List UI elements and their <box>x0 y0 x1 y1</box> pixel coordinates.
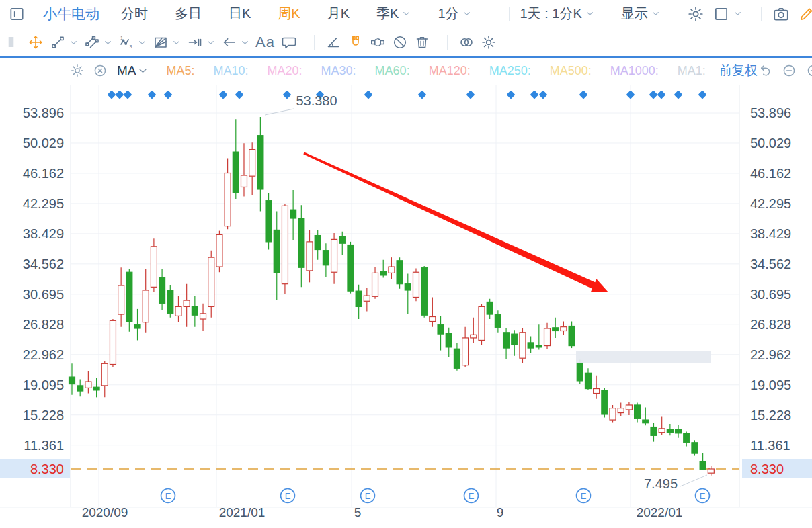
magnet-icon[interactable] <box>348 34 364 50</box>
indicator-name[interactable]: MA <box>117 63 136 78</box>
trend-line-icon-button[interactable] <box>50 34 78 50</box>
chevron-down-icon[interactable] <box>402 9 411 18</box>
settings-icon-button[interactable] <box>481 34 497 50</box>
indicator-close-icon[interactable] <box>93 63 108 78</box>
pencil-icon[interactable] <box>798 5 812 23</box>
arrow-left-icon-button[interactable] <box>221 34 249 50</box>
candlestick-chart[interactable]: EEEEEE53.3807.49553.89653.89650.02950.02… <box>0 85 812 528</box>
tab-period[interactable]: 1分 <box>438 5 471 23</box>
toolbar-separator <box>314 35 315 50</box>
zoom-in-icon[interactable] <box>806 63 812 78</box>
drawing-highlight-box[interactable] <box>576 351 711 363</box>
chevron-down-icon[interactable] <box>462 9 471 18</box>
ma-legend-item: MA30: <box>321 64 356 78</box>
time-axis-label: 9 <box>497 505 504 519</box>
gear-icon[interactable] <box>687 5 704 23</box>
chevron-down-icon[interactable] <box>138 66 148 76</box>
drag-handle-icon[interactable] <box>5 34 22 50</box>
price-axis-label-left: 15.228 <box>23 408 64 423</box>
layout-icon[interactable] <box>713 5 730 23</box>
price-axis-label-left: 38.429 <box>23 226 64 241</box>
tab-label: 周K <box>278 5 300 23</box>
tab-period[interactable]: 日K <box>229 5 251 23</box>
text-icon: Aa <box>255 34 275 51</box>
trend-line-icon[interactable] <box>50 34 66 50</box>
tab-active-period[interactable]: 周K <box>278 5 300 23</box>
adjust-mode-link[interactable]: 前复权 <box>719 62 758 79</box>
pencil-icon-button[interactable] <box>798 5 812 23</box>
indicator-settings-icon[interactable] <box>70 63 85 78</box>
peak-price-label: 53.380 <box>296 93 337 108</box>
drawing-toolbar: 13Aa <box>0 28 812 56</box>
move-icon[interactable] <box>28 34 44 50</box>
chevron-down-icon[interactable] <box>651 9 660 18</box>
hide-icon-button[interactable] <box>392 34 408 50</box>
tab-period[interactable]: 季K <box>376 5 411 23</box>
tab-period[interactable]: 分时 <box>121 5 148 23</box>
camera-icon[interactable] <box>772 5 790 23</box>
chevron-down-icon[interactable] <box>206 38 215 47</box>
news-diamond-markers[interactable] <box>107 90 706 99</box>
comment-icon[interactable] <box>281 34 297 50</box>
earnings-marker-label: E <box>700 491 706 501</box>
chevron-down-icon[interactable] <box>69 38 78 47</box>
zoom-out-icon[interactable] <box>782 63 797 78</box>
measure-icon-button[interactable] <box>187 34 215 50</box>
earnings-marker-label: E <box>285 491 291 501</box>
layout-icon-button[interactable] <box>713 5 742 23</box>
panel-left-icon[interactable] <box>8 5 26 23</box>
price-axis-label-left: 26.828 <box>23 317 64 332</box>
gear-icon-button[interactable] <box>687 5 704 23</box>
channel-icon-button[interactable] <box>84 34 112 50</box>
tab-period[interactable]: 多日 <box>175 5 202 23</box>
ma-legend-item: MA1: <box>678 64 706 78</box>
camera-icon-button[interactable] <box>772 5 790 23</box>
hide-icon[interactable] <box>392 34 408 50</box>
trash-icon-button[interactable] <box>414 34 430 50</box>
chevron-down-icon[interactable] <box>172 38 181 47</box>
chevron-down-icon[interactable] <box>733 9 742 18</box>
link-circles-icon[interactable] <box>458 34 475 50</box>
settings-icon[interactable] <box>481 34 497 50</box>
comment-icon-button[interactable] <box>281 34 297 50</box>
tab-label: 分时 <box>121 5 148 23</box>
low-price-label: 7.495 <box>644 476 678 491</box>
chevron-down-icon[interactable] <box>585 9 594 18</box>
price-axis-label-left: 50.029 <box>23 136 64 150</box>
price-axis-label-right: 26.828 <box>750 317 791 332</box>
continuous-icon[interactable] <box>370 34 386 50</box>
price-axis-label-right: 50.029 <box>750 136 791 150</box>
wave-icon[interactable]: 13 <box>118 34 134 50</box>
angle-icon-button[interactable] <box>325 34 341 50</box>
tab-period[interactable]: 显示 <box>621 5 660 23</box>
chevron-down-icon[interactable] <box>104 38 112 47</box>
tab-period[interactable]: 月K <box>327 5 350 23</box>
drag-handle-icon-button[interactable] <box>5 34 22 50</box>
text-icon-button[interactable]: Aa <box>255 34 275 51</box>
chevron-down-icon[interactable] <box>138 38 147 47</box>
symbol-name[interactable]: 小牛电动 <box>43 5 99 24</box>
move-icon-button[interactable] <box>28 34 44 50</box>
measure-icon[interactable] <box>187 34 203 50</box>
link-circles-icon-button[interactable] <box>458 34 475 50</box>
ma-legend-item: MA500: <box>550 64 592 78</box>
earnings-markers[interactable]: EEEEEE <box>161 489 710 503</box>
trash-icon[interactable] <box>414 34 430 50</box>
price-axis-label-left: 30.695 <box>23 287 64 302</box>
channel-icon[interactable] <box>84 34 100 50</box>
price-axis-label-right: 11.361 <box>750 438 790 453</box>
magnet-icon-button[interactable] <box>348 34 364 50</box>
chevron-down-icon[interactable] <box>241 38 249 47</box>
arrow-left-icon[interactable] <box>221 34 237 50</box>
wave-icon-button[interactable]: 13 <box>118 34 147 50</box>
angle-icon[interactable] <box>325 34 341 50</box>
tab-period[interactable]: 1天 : 1分K <box>520 5 594 23</box>
continuous-icon-button[interactable] <box>370 34 386 50</box>
undo-icon[interactable] <box>758 63 772 78</box>
low-callout-line <box>680 475 707 486</box>
gann-icon-button[interactable] <box>153 34 181 50</box>
gann-icon[interactable] <box>153 34 169 50</box>
time-axis-label: 5 <box>354 505 362 519</box>
price-axis-label-left: 42.295 <box>23 196 64 211</box>
price-axis-label-right: 46.162 <box>750 166 791 181</box>
